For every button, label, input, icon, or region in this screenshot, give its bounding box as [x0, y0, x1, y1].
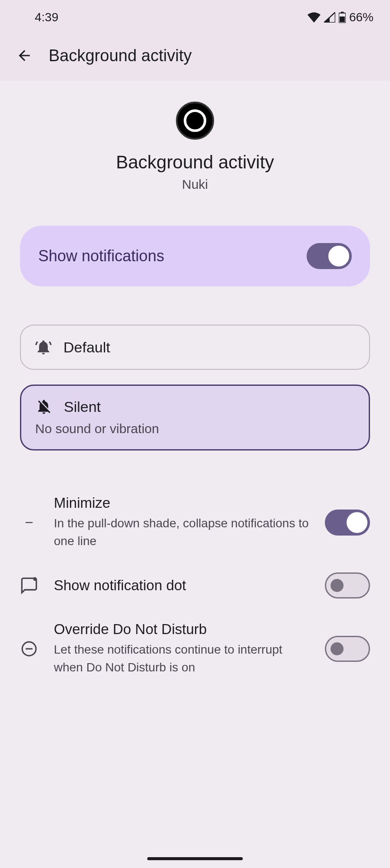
minimize-icon	[20, 516, 38, 529]
bell-ringing-icon	[35, 339, 52, 356]
notification-dot-content: Show notification dot	[54, 577, 309, 594]
back-arrow-icon	[16, 47, 33, 64]
status-icons: 66%	[307, 10, 373, 24]
notification-dot-setting[interactable]: Show notification dot	[20, 561, 370, 610]
minimize-description: In the pull-down shade, collapse notific…	[54, 515, 309, 550]
toggle-knob	[347, 512, 367, 533]
settings-list: Minimize In the pull-down shade, collaps…	[0, 483, 390, 687]
silent-mode-header: Silent	[35, 398, 101, 415]
wifi-icon	[307, 12, 321, 23]
header: Background activity	[0, 33, 390, 81]
notification-dot-icon	[20, 577, 38, 594]
signal-icon	[324, 12, 335, 23]
battery-percentage: 66%	[349, 10, 373, 24]
override-dnd-title: Override Do Not Disturb	[54, 621, 309, 638]
status-bar: 4:39 66%	[0, 0, 390, 33]
override-dnd-content: Override Do Not Disturb Let these notifi…	[54, 621, 309, 676]
app-name: Nuki	[182, 177, 208, 192]
app-info-section: Background activity Nuki	[0, 81, 390, 201]
minimize-content: Minimize In the pull-down shade, collaps…	[54, 495, 309, 550]
app-icon-inner	[184, 109, 206, 132]
notification-dot-title: Show notification dot	[54, 577, 309, 594]
override-dnd-toggle[interactable]	[325, 636, 370, 662]
page-title: Background activity	[49, 46, 192, 65]
bell-off-icon	[35, 398, 53, 415]
toggle-knob	[331, 642, 344, 655]
svg-point-3	[33, 577, 36, 581]
svg-rect-2	[340, 16, 345, 22]
minimize-setting[interactable]: Minimize In the pull-down shade, collaps…	[20, 483, 370, 561]
dnd-icon	[20, 641, 38, 657]
notification-mode-default[interactable]: Default	[20, 325, 370, 370]
channel-title: Background activity	[116, 152, 274, 173]
notification-mode-silent[interactable]: Silent No sound or vibration	[20, 385, 370, 450]
show-notifications-toggle-card[interactable]: Show notifications	[20, 226, 370, 286]
default-mode-label: Default	[63, 339, 110, 356]
show-notifications-toggle[interactable]	[307, 243, 352, 269]
toggle-knob	[331, 579, 344, 592]
battery-icon	[339, 12, 346, 23]
show-notifications-label: Show notifications	[38, 247, 164, 265]
override-dnd-setting[interactable]: Override Do Not Disturb Let these notifi…	[20, 610, 370, 687]
navigation-bar-handle[interactable]	[147, 857, 243, 860]
silent-mode-label: Silent	[64, 398, 101, 415]
minimize-title: Minimize	[54, 495, 309, 511]
notification-dot-toggle[interactable]	[325, 572, 370, 598]
app-icon	[176, 102, 214, 140]
minimize-toggle[interactable]	[325, 510, 370, 536]
silent-mode-description: No sound or vibration	[35, 421, 159, 436]
toggle-knob	[328, 246, 349, 266]
status-time: 4:39	[35, 10, 59, 24]
back-button[interactable]	[13, 44, 36, 67]
override-dnd-description: Let these notifications continue to inte…	[54, 641, 309, 676]
